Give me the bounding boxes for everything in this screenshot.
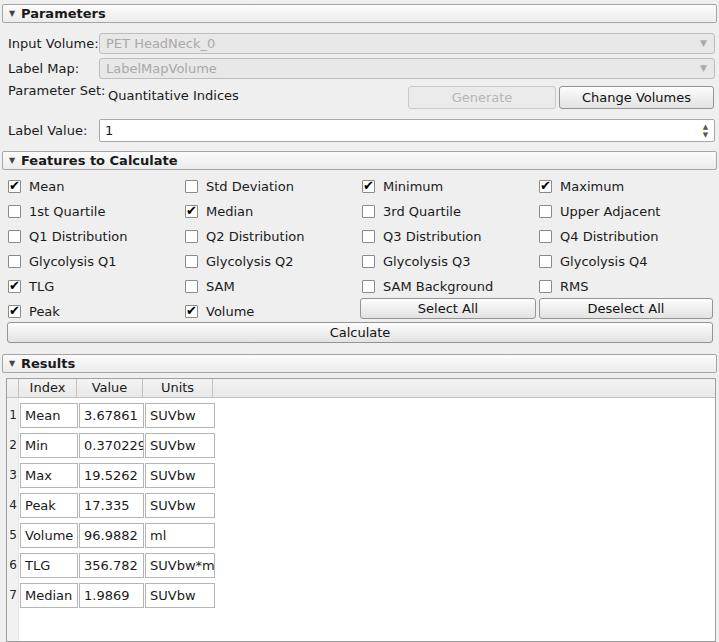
checkbox-icon xyxy=(362,255,375,268)
parameter-set-label: Parameter Set: xyxy=(8,83,106,98)
checkbox-icon xyxy=(362,180,375,193)
deselect-all-button[interactable]: Deselect All xyxy=(539,298,713,319)
feature-label: Glycolysis Q2 xyxy=(206,254,294,269)
feature-checkbox-q3-distribution[interactable]: Q3 Distribution xyxy=(362,224,539,249)
feature-checkbox-upper-adjacent[interactable]: Upper Adjacent xyxy=(539,199,716,224)
table-row: 2 Min 0.370229 SUVbw xyxy=(7,433,715,458)
collapse-arrow-icon: ▼ xyxy=(3,5,21,22)
feature-checkbox-tlg[interactable]: TLG xyxy=(8,274,185,299)
checkbox-icon xyxy=(185,230,198,243)
feature-label: Maximum xyxy=(560,179,624,194)
feature-label: SAM Background xyxy=(383,279,493,294)
checkbox-icon xyxy=(8,280,21,293)
checkbox-icon xyxy=(362,230,375,243)
feature-checkbox-peak[interactable]: Peak xyxy=(8,299,185,324)
feature-label: Glycolysis Q4 xyxy=(560,254,648,269)
feature-label: Q1 Distribution xyxy=(29,229,127,244)
row-number: 6 xyxy=(7,553,19,578)
label-value-value: 1 xyxy=(105,120,113,141)
cell-index: Mean xyxy=(20,403,78,428)
feature-checkbox-glycolysis-q1[interactable]: Glycolysis Q1 xyxy=(8,249,185,274)
row-number: 1 xyxy=(7,403,19,428)
input-volume-value: PET HeadNeck_0 xyxy=(106,36,215,51)
feature-label: Peak xyxy=(29,304,60,319)
feature-label: TLG xyxy=(29,279,54,294)
spinbox-arrows[interactable]: ▲ ▼ xyxy=(697,120,714,141)
feature-checkbox-q2-distribution[interactable]: Q2 Distribution xyxy=(185,224,362,249)
checkbox-icon xyxy=(539,280,552,293)
calculate-button[interactable]: Calculate xyxy=(7,322,713,343)
spin-up-icon[interactable]: ▲ xyxy=(703,123,708,131)
feature-label: RMS xyxy=(560,279,589,294)
select-all-button[interactable]: Select All xyxy=(360,298,536,319)
feature-label: 1st Quartile xyxy=(29,204,105,219)
chevron-down-icon: ▼ xyxy=(700,34,707,53)
feature-checkbox-volume[interactable]: Volume xyxy=(185,299,362,324)
features-section-title: Features to Calculate xyxy=(21,153,178,168)
feature-checkbox-3rd-quartile[interactable]: 3rd Quartile xyxy=(362,199,539,224)
checkbox-icon xyxy=(539,205,552,218)
feature-label: Volume xyxy=(206,304,254,319)
cell-units: SUVbw xyxy=(145,463,215,488)
table-corner-cell xyxy=(7,379,19,397)
label-value-label: Label Value: xyxy=(8,119,87,142)
feature-label: Q2 Distribution xyxy=(206,229,304,244)
feature-checkbox-minimum[interactable]: Minimum xyxy=(362,174,539,199)
checkbox-icon xyxy=(185,180,198,193)
cell-index: Max xyxy=(20,463,78,488)
label-value-spinbox[interactable]: 1 ▲ ▼ xyxy=(99,119,715,142)
feature-checkbox-mean[interactable]: Mean xyxy=(8,174,185,199)
column-header-value[interactable]: Value xyxy=(77,379,143,397)
feature-checkbox-rms[interactable]: RMS xyxy=(539,274,716,299)
feature-checkbox-q4-distribution[interactable]: Q4 Distribution xyxy=(539,224,716,249)
row-number: 3 xyxy=(7,463,19,488)
cell-value: 356.782 xyxy=(79,553,144,578)
feature-label: Mean xyxy=(29,179,64,194)
feature-label: Glycolysis Q3 xyxy=(383,254,471,269)
checkbox-icon xyxy=(8,205,21,218)
table-row: 6 TLG 356.782 SUVbw*ml xyxy=(7,553,715,578)
feature-checkbox-1st-quartile[interactable]: 1st Quartile xyxy=(8,199,185,224)
parameter-set-value: Quantitative Indices xyxy=(108,88,239,103)
cell-value: 0.370229 xyxy=(79,433,144,458)
input-volume-label: Input Volume: xyxy=(8,33,99,54)
cell-units: SUVbw xyxy=(145,433,215,458)
cell-value: 19.5262 xyxy=(79,463,144,488)
checkbox-icon xyxy=(8,305,21,318)
feature-checkbox-sam[interactable]: SAM xyxy=(185,274,362,299)
results-section-header[interactable]: ▼ Results xyxy=(2,354,717,373)
row-number: 4 xyxy=(7,493,19,518)
checkbox-icon xyxy=(539,255,552,268)
cell-units: SUVbw xyxy=(145,493,215,518)
column-header-units[interactable]: Units xyxy=(143,379,213,397)
label-map-combobox: LabelMapVolume ▼ xyxy=(99,58,715,79)
feature-checkbox-glycolysis-q3[interactable]: Glycolysis Q3 xyxy=(362,249,539,274)
table-row: 7 Median 1.9869 SUVbw xyxy=(7,583,715,608)
input-volume-combobox: PET HeadNeck_0 ▼ xyxy=(99,33,715,54)
table-row: 1 Mean 3.67861 SUVbw xyxy=(7,403,715,428)
checkbox-icon xyxy=(8,255,21,268)
feature-label: SAM xyxy=(206,279,235,294)
label-map-label: Label Map: xyxy=(8,58,79,79)
feature-checkbox-maximum[interactable]: Maximum xyxy=(539,174,716,199)
features-section-header[interactable]: ▼ Features to Calculate xyxy=(2,151,717,170)
feature-checkbox-glycolysis-q2[interactable]: Glycolysis Q2 xyxy=(185,249,362,274)
results-table[interactable]: Index Value Units 1 Mean 3.67861 SUVbw 2… xyxy=(6,378,716,642)
change-volumes-button[interactable]: Change Volumes xyxy=(559,86,714,109)
column-header-index[interactable]: Index xyxy=(19,379,77,397)
checkbox-icon xyxy=(539,180,552,193)
feature-label: Median xyxy=(206,204,253,219)
feature-checkbox-median[interactable]: Median xyxy=(185,199,362,224)
feature-checkbox-glycolysis-q4[interactable]: Glycolysis Q4 xyxy=(539,249,716,274)
collapse-arrow-icon: ▼ xyxy=(3,355,21,372)
spin-down-icon[interactable]: ▼ xyxy=(703,131,708,139)
feature-checkbox-std-deviation[interactable]: Std Deviation xyxy=(185,174,362,199)
column-header-filler xyxy=(213,379,715,397)
feature-checkbox-q1-distribution[interactable]: Q1 Distribution xyxy=(8,224,185,249)
cell-index: TLG xyxy=(20,553,78,578)
checkbox-icon xyxy=(362,280,375,293)
checkbox-icon xyxy=(185,280,198,293)
row-number: 7 xyxy=(7,583,19,608)
feature-checkbox-sam-background[interactable]: SAM Background xyxy=(362,274,539,299)
parameters-section-header[interactable]: ▼ Parameters xyxy=(2,4,717,23)
